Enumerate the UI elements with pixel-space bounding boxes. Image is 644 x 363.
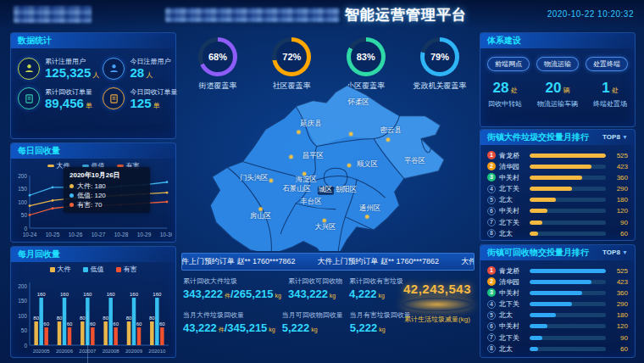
summary-cell: 当月大件垃圾回收量43,222 件/345,215 kg (183, 310, 275, 334)
rank-list-bulky: 1青龙桥5252清华园4233中关村3604北下关2905北太1806中关村12… (480, 145, 635, 237)
metric-value: 20 辆 (537, 80, 578, 97)
location-dot (349, 132, 353, 136)
summary-cell: 累计回收有害垃圾4,222 kg (349, 276, 403, 300)
bar-value-label: 80 (57, 316, 63, 321)
location-dot (269, 179, 273, 182)
monthly-legend: 大件低值有害 (11, 262, 175, 274)
chevron-down-icon: ▼ (622, 249, 628, 255)
ticker-item: 大件上门预约订单 赵** 1 (461, 256, 475, 267)
x-tick-label: 10-26 (69, 232, 83, 237)
legend-swatch (47, 165, 54, 167)
total-reduction-label: 累计生活垃圾减量(kg) (397, 315, 478, 324)
rank-badge: 3 (487, 288, 496, 297)
data-point (52, 187, 54, 189)
rank-name: 青龙桥 (499, 266, 526, 276)
logo-redacted (14, 6, 92, 23)
bar-value-label: 80 (33, 316, 39, 321)
rank-row: 1青龙桥525 (487, 266, 628, 275)
rank-name: 北太 (499, 229, 526, 238)
rank-bar-track (530, 291, 606, 295)
rank-badge: 6 (487, 322, 496, 331)
tooltip-rows: 大件: 180低值: 120有害: 70 (69, 182, 144, 209)
tooltip-guide-line (87, 311, 88, 363)
panel-rank-bulky: 街镇大件垃圾交投量月排行 TOP8 ▼ 1青龙桥5252清华园4233中关村36… (480, 129, 636, 241)
x-tick-label: 202008 (103, 349, 120, 354)
rank-badge: 6 (487, 207, 496, 215)
bar (132, 298, 136, 345)
stat-item: 今日注册用户28 人 (103, 57, 177, 81)
bar-value-label: 80 (149, 316, 155, 321)
bar (150, 321, 154, 345)
metric-unit: 处 (610, 87, 619, 94)
gauge-hole: 79% (425, 42, 455, 72)
rank-bar-fill (530, 269, 606, 273)
system-tab-2[interactable]: 处置终端 (586, 57, 628, 71)
stat-value: 125,325 人 (45, 66, 99, 81)
gold-podium-glow (402, 298, 473, 311)
beijing-district-map[interactable]: 怀柔区延庆县密云县昌平区平谷区顺义区门头沟区海淀区石景山区城区朝阳区丰台区房山区… (197, 80, 456, 251)
y-tick-label: 0 (24, 343, 27, 349)
rank-row: 4北下关290 (487, 300, 628, 309)
rank-value: 525 (609, 152, 628, 159)
rank-bar-fill (530, 232, 538, 236)
district-label: 顺义区 (357, 159, 378, 168)
bar-value-label: 160 (153, 292, 162, 297)
rank-bar-fill (530, 347, 538, 351)
bar (39, 298, 43, 345)
summary-unit: 件 (217, 327, 225, 332)
summary-value: 4,222 kg (349, 288, 403, 300)
legend-swatch (50, 267, 55, 272)
summary-unit: 件 (223, 293, 230, 299)
metric-label: 终端处置场 (593, 99, 627, 109)
bar (34, 321, 38, 345)
order-icon (103, 87, 125, 109)
stat-unit: 人 (144, 71, 153, 79)
rank-row: 4北下关290 (487, 185, 628, 193)
rank-row: 6中关村120 (487, 207, 628, 215)
bar (108, 298, 113, 345)
rank-bar-track (530, 209, 606, 213)
district-label: 延庆县 (299, 119, 322, 127)
rank-bar-fill (530, 154, 606, 158)
system-metric: 1 处终端处置场 (593, 80, 627, 109)
rank-row: 2清华园423 (487, 162, 628, 170)
summary-label: 累计回收可回收物 (288, 276, 342, 286)
panel-monthly-header: 每月回收量 (11, 247, 175, 262)
summary-value: 43,222 件/345,215 kg (183, 321, 275, 334)
rank-bar-track (530, 165, 606, 169)
top8-dropdown[interactable]: TOP8 ▼ (602, 245, 628, 260)
data-point (166, 181, 169, 183)
top8-dropdown[interactable]: TOP8 ▼ (602, 130, 628, 145)
y-tick-label: 0 (24, 226, 27, 232)
x-tick-label: 10-25 (46, 232, 60, 237)
summary-label: 累计回收有害垃圾 (349, 276, 403, 286)
x-tick-label: 202006 (56, 349, 74, 354)
chevron-down-icon: ▼ (622, 134, 628, 140)
rank-badge: 5 (487, 311, 496, 320)
rank-badge: 7 (487, 218, 496, 226)
rank-bar-track (530, 269, 606, 273)
rank-name: 中关村 (499, 206, 526, 215)
rank-value: 120 (609, 322, 628, 330)
system-metric: 20 辆物流运输车辆 (537, 80, 578, 109)
tooltip-text: 大件: 180 (77, 182, 106, 191)
rank-bar-track (530, 280, 606, 284)
metric-unit: 辆 (561, 87, 569, 94)
datetime: 2020-10-22 10:20:32 (547, 9, 634, 19)
rank-value: 360 (609, 289, 628, 297)
rank-badge: 1 (487, 151, 496, 159)
panel-monthly-recycle: 每月回收量 大件低值有害 050100150200202005202006202… (10, 246, 176, 358)
monthly-bar-chart: 0501001502002020052020062020072020082020… (11, 274, 172, 357)
rank-value: 60 (609, 230, 628, 237)
tooltip-dot (69, 184, 74, 188)
rank-value: 120 (609, 207, 628, 215)
system-tab-1[interactable]: 物流运输 (536, 57, 579, 71)
legend-item: 大件 (50, 265, 71, 274)
rank-bar-track (530, 221, 606, 225)
system-tab-0[interactable]: 前端网点 (487, 57, 530, 71)
redacted-title-block (165, 8, 340, 22)
rank-name: 清华园 (499, 277, 526, 287)
panel-system-title: 体系建设 (487, 33, 521, 48)
summary-unit: kg (328, 293, 336, 299)
rank-name: 青龙桥 (499, 151, 526, 160)
